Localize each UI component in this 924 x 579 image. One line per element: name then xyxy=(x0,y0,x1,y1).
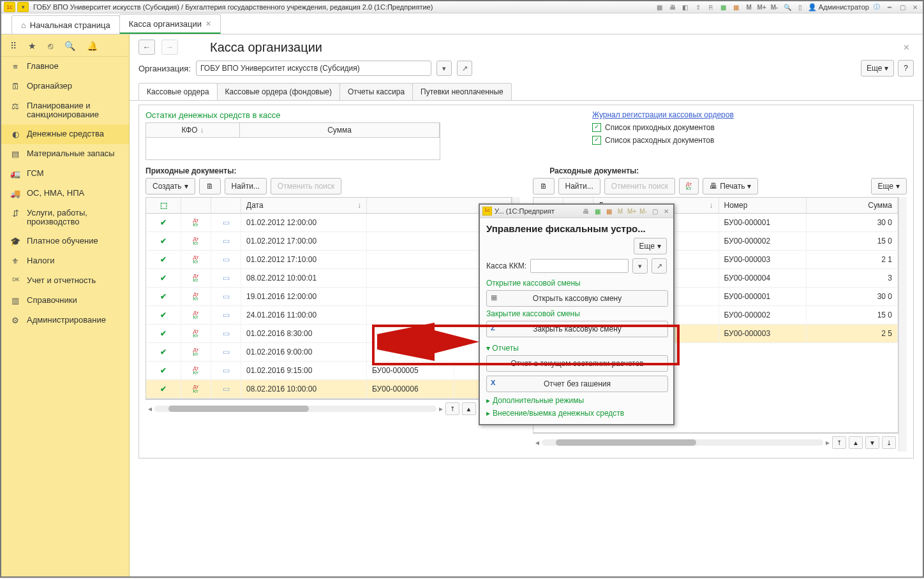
back-button[interactable]: ← xyxy=(138,40,155,55)
income-row[interactable]: ✔ДтКт▭01.02.2016 9:15:00БУ00-0000055 xyxy=(146,362,511,380)
btn-create-in[interactable]: Создать ▾ xyxy=(145,178,195,194)
calendar-icon[interactable]: ▦ xyxy=(731,3,741,11)
income-row[interactable]: ✔ДтКт▭08.02.2016 10:00:00БУ00-000006 xyxy=(146,380,511,399)
min-icon[interactable]: ━ xyxy=(884,3,895,11)
toolbar-icon-5[interactable]: ⎘ xyxy=(706,3,716,11)
bell-icon[interactable]: 🔔 xyxy=(87,41,98,51)
income-col-date[interactable]: Дата↓ xyxy=(241,198,367,213)
btn-copy-in[interactable]: 🗎 xyxy=(199,178,221,194)
sidebar-item-12[interactable]: ⚙Администрирование xyxy=(1,311,129,330)
tab-cash[interactable]: Касса организации✕ xyxy=(119,14,221,34)
income-row[interactable]: ✔ДтКт▭08.02.2012 10:00:01 xyxy=(146,269,511,288)
star-icon[interactable]: ★ xyxy=(28,41,36,51)
report-current-button[interactable]: Отчет о текущем состоянии расчетов xyxy=(486,355,668,372)
popup-mplus[interactable]: M+ xyxy=(627,207,636,216)
dropdown-icon[interactable]: ▾ xyxy=(17,2,29,12)
popup-calc-icon[interactable]: ▦ xyxy=(593,207,602,216)
journal-link[interactable]: Журнал регистрации кассовых ордеров xyxy=(592,110,734,119)
chk-expense[interactable]: ✓Список расходных документов xyxy=(592,136,734,145)
help-button[interactable]: ? xyxy=(898,60,914,77)
sidebar-item-1[interactable]: 🗓Органайзер xyxy=(1,77,129,96)
popup-close[interactable]: ✕ xyxy=(662,207,671,216)
sidebar-item-2[interactable]: ⚖Планирование и санкционирование xyxy=(1,96,129,124)
org-input[interactable]: ГОБУ ВПО Университет искусств (Субсидия) xyxy=(196,61,431,76)
sidebar-item-7[interactable]: ⇵Услуги, работы, производство xyxy=(1,203,129,231)
max-icon[interactable]: ▢ xyxy=(897,3,907,11)
menu-grid-icon[interactable]: ⠿ xyxy=(10,41,17,51)
tab-home[interactable]: ⌂Начальная страница xyxy=(11,15,120,34)
income-row[interactable]: ✔ДтКт▭19.01.2016 12:00:00 xyxy=(146,288,511,306)
reports-section[interactable]: ▾ Отчеты xyxy=(486,344,667,353)
popup-mminus[interactable]: M- xyxy=(639,207,648,216)
btn-find-out[interactable]: Найти... xyxy=(558,178,600,194)
panel-icon[interactable]: ▯ xyxy=(795,3,805,11)
btn-print-out[interactable]: 🖶 Печать ▾ xyxy=(703,178,758,194)
nav-up-out[interactable]: ▲ xyxy=(849,436,863,449)
btn-more-out[interactable]: Еще ▾ xyxy=(871,178,907,194)
chk-income[interactable]: ✓Список приходных документов xyxy=(592,123,734,132)
kkm-open[interactable]: ↗ xyxy=(652,258,667,274)
sidebar-item-11[interactable]: ▥Справочники xyxy=(1,291,129,311)
nav-bot-out[interactable]: ⤓ xyxy=(882,436,896,449)
btn-copy-out[interactable]: 🗎 xyxy=(533,178,555,194)
popup-m[interactable]: M xyxy=(616,207,625,216)
popup-print-icon[interactable]: 🖶 xyxy=(581,207,590,216)
close-icon[interactable]: ✕ xyxy=(910,3,920,11)
sidebar-item-0[interactable]: ≡Главное xyxy=(1,57,129,77)
history-icon[interactable]: ⎋ xyxy=(48,41,53,51)
col-kfo[interactable]: КФО ↓ xyxy=(146,123,240,137)
sidebar-item-8[interactable]: 🎓Платное обучение xyxy=(1,231,129,251)
sidebar-item-4[interactable]: ▤Материальные запасы xyxy=(1,144,129,164)
zoom-icon[interactable]: 🔍 xyxy=(782,3,793,11)
sidebar-item-6[interactable]: 🚚ОС, НМА, НПА xyxy=(1,184,129,203)
col-check[interactable]: ⬚ xyxy=(146,198,181,213)
income-row[interactable]: ✔ДтКт▭01.02.2016 9:00:00 xyxy=(146,343,511,362)
more-button[interactable]: Еще ▾ xyxy=(861,60,894,77)
subtab-2[interactable]: Отчеты кассира xyxy=(339,83,413,100)
report-noclear-button[interactable]: XОтчет без гашения xyxy=(486,376,668,392)
mminus-btn[interactable]: M- xyxy=(770,3,780,11)
income-row[interactable]: ✔ДтКт▭01.02.2012 17:00:00 xyxy=(146,232,511,251)
kkm-input[interactable] xyxy=(530,259,629,273)
income-row[interactable]: ✔ДтКт▭01.02.2012 17:10:00 xyxy=(146,251,511,269)
sidebar-item-10[interactable]: ᴰᴷУчет и отчетность xyxy=(1,271,129,291)
sidebar-item-9[interactable]: ⚜Налоги xyxy=(1,251,129,271)
toolbar-icon-1[interactable]: ▦ xyxy=(655,3,665,11)
org-dropdown[interactable]: ▾ xyxy=(436,61,452,76)
mplus-btn[interactable]: M+ xyxy=(757,3,767,11)
income-row[interactable]: ✔ДтКт▭01.02.2016 8:30:00 xyxy=(146,325,511,343)
forward-button[interactable]: → xyxy=(161,40,178,55)
cash-inout[interactable]: ▸ Внесение/выемка денежных средств xyxy=(486,409,667,418)
expense-col-sum[interactable]: Сумма xyxy=(807,198,898,213)
calc-icon[interactable]: ▦ xyxy=(719,3,729,11)
nav-top-out[interactable]: ⤒ xyxy=(832,436,846,449)
income-row[interactable]: ✔ДтКт▭01.02.2012 12:00:00 xyxy=(146,214,511,232)
subtab-3[interactable]: Путевки неоплаченные xyxy=(412,83,512,100)
tab-close-icon[interactable]: ✕ xyxy=(205,20,211,28)
org-open[interactable]: ↗ xyxy=(457,61,472,76)
popup-max[interactable]: ▢ xyxy=(650,207,659,216)
sidebar-item-3[interactable]: ◐Денежные средства xyxy=(1,124,129,144)
extra-modes[interactable]: ▸ Дополнительные режимы xyxy=(486,396,667,405)
m-btn[interactable]: M xyxy=(744,3,754,11)
info-icon[interactable]: ⓘ xyxy=(872,3,882,11)
page-close[interactable]: ✕ xyxy=(903,43,910,52)
close-shift-button[interactable]: ZЗакрыть кассовую смену xyxy=(486,321,668,337)
nav-down-out[interactable]: ▼ xyxy=(865,436,879,449)
expense-col-num[interactable]: Номер xyxy=(719,198,807,213)
popup-cal-icon[interactable]: ▦ xyxy=(604,207,613,216)
btn-dtkt-out[interactable]: ДтКт xyxy=(679,178,699,194)
kkm-dropdown[interactable]: ▾ xyxy=(632,258,648,274)
toolbar-icon-3[interactable]: ◧ xyxy=(680,3,690,11)
search-icon[interactable]: 🔍 xyxy=(64,41,75,51)
open-shift-button[interactable]: ▦Открыть кассовую смену xyxy=(486,290,668,307)
subtab-0[interactable]: Кассовые ордера xyxy=(138,83,218,100)
sidebar-item-5[interactable]: 🚛ГСМ xyxy=(1,164,129,184)
nav-up-in[interactable]: ▲ xyxy=(462,402,476,415)
income-row[interactable]: ✔ДтКт▭24.01.2016 11:00:00 xyxy=(146,306,511,325)
user-label[interactable]: 👤 Администратор xyxy=(808,3,869,11)
popup-more[interactable]: Еще ▾ xyxy=(634,238,667,254)
nav-top-in[interactable]: ⤒ xyxy=(445,402,459,415)
toolbar-icon-4[interactable]: ⇪ xyxy=(693,3,703,11)
btn-find-in[interactable]: Найти... xyxy=(225,178,267,194)
